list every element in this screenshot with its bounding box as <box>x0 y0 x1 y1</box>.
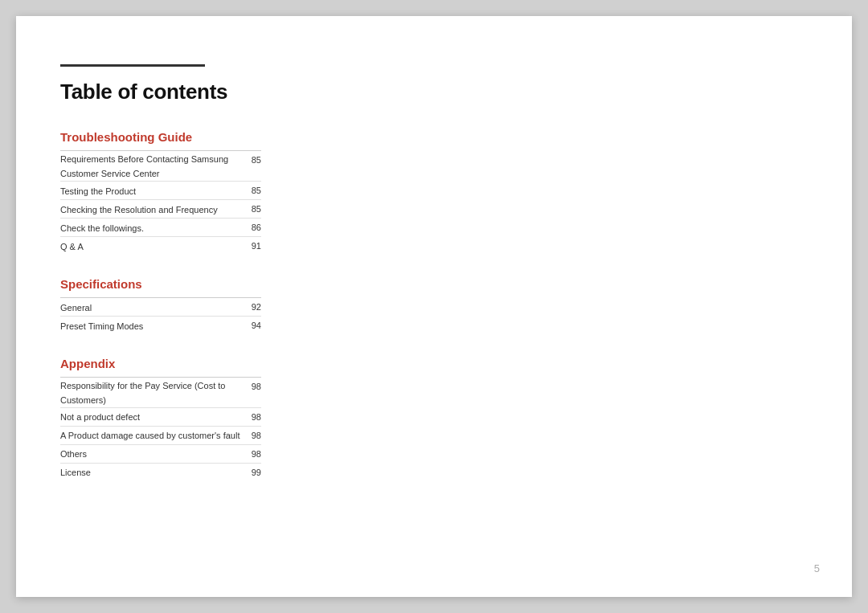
toc-page-number: 86 <box>244 218 261 236</box>
toc-label: Checking the Resolution and Frequency <box>60 199 244 218</box>
toc-page-number: 85 <box>244 151 261 181</box>
toc-label-text: Not a product defect <box>60 408 140 426</box>
section-heading-specifications: Specifications <box>60 277 804 291</box>
section-heading-troubleshooting: Troubleshooting Guide <box>60 130 804 144</box>
toc-label: Q & A <box>60 236 244 255</box>
toc-page-number: 98 <box>244 407 261 426</box>
toc-label: General <box>60 298 228 317</box>
table-row: Requirements Before Contacting SamsungCu… <box>60 151 261 181</box>
table-row: Checking the Resolution and Frequency85 <box>60 199 261 218</box>
toc-page-number: 94 <box>228 316 261 334</box>
toc-table-specifications: General92Preset Timing Modes94 <box>60 298 261 334</box>
toc-page-number: 85 <box>244 181 261 199</box>
toc-label-text: Check the followings. <box>60 219 144 237</box>
toc-label-text: License <box>60 464 91 481</box>
table-row: Others98 <box>60 444 261 463</box>
toc-table-troubleshooting: Requirements Before Contacting SamsungCu… <box>60 151 261 255</box>
toc-label-text: Requirements Before Contacting SamsungCu… <box>60 154 228 178</box>
toc-label-text: General <box>60 299 92 317</box>
toc-page-number: 98 <box>244 426 261 444</box>
toc-table-appendix: Responsibility for the Pay Service (Cost… <box>60 378 261 481</box>
table-row: License99 <box>60 463 261 481</box>
toc-page-number: 92 <box>228 298 261 317</box>
toc-label: Testing the Product <box>60 181 244 199</box>
section-heading-appendix: Appendix <box>60 357 804 370</box>
toc-label-text: A Product damage caused by customer's fa… <box>60 427 240 444</box>
table-row: General92 <box>60 298 261 317</box>
toc-label-text: Checking the Resolution and Frequency <box>60 201 218 219</box>
toc-label-text: Testing the Product <box>60 182 136 200</box>
toc-label: A Product damage caused by customer's fa… <box>60 426 244 444</box>
toc-page-number: 98 <box>244 444 261 463</box>
toc-label: Responsibility for the Pay Service (Cost… <box>60 378 244 407</box>
toc-label-text: Preset Timing Modes <box>60 317 143 335</box>
section-specifications: SpecificationsGeneral92Preset Timing Mod… <box>60 277 804 334</box>
top-rule <box>60 64 205 67</box>
toc-page-number: 85 <box>244 199 261 218</box>
table-row: A Product damage caused by customer's fa… <box>60 426 261 444</box>
toc-page-number: 91 <box>244 236 261 255</box>
toc-label: Requirements Before Contacting SamsungCu… <box>60 151 244 181</box>
page: Table of contents Troubleshooting GuideR… <box>16 16 852 597</box>
table-row: Q & A91 <box>60 236 261 255</box>
toc-label: License <box>60 463 244 481</box>
table-row: Preset Timing Modes94 <box>60 316 261 334</box>
table-row: Responsibility for the Pay Service (Cost… <box>60 378 261 407</box>
toc-label-text: Responsibility for the Pay Service (Cost… <box>60 381 225 405</box>
toc-label-text: Others <box>60 445 87 463</box>
toc-label: Others <box>60 444 244 463</box>
table-row: Testing the Product85 <box>60 181 261 199</box>
section-troubleshooting: Troubleshooting GuideRequirements Before… <box>60 130 804 255</box>
toc-label: Not a product defect <box>60 407 244 426</box>
section-appendix: AppendixResponsibility for the Pay Servi… <box>60 357 804 481</box>
toc-label: Check the followings. <box>60 218 244 236</box>
page-number: 5 <box>814 562 820 574</box>
toc-page-number: 99 <box>244 463 261 481</box>
table-row: Not a product defect98 <box>60 407 261 426</box>
toc-page-number: 98 <box>244 378 261 407</box>
page-title: Table of contents <box>60 80 804 104</box>
table-row: Check the followings.86 <box>60 218 261 236</box>
toc-label: Preset Timing Modes <box>60 316 228 334</box>
toc-label-text: Q & A <box>60 238 84 255</box>
